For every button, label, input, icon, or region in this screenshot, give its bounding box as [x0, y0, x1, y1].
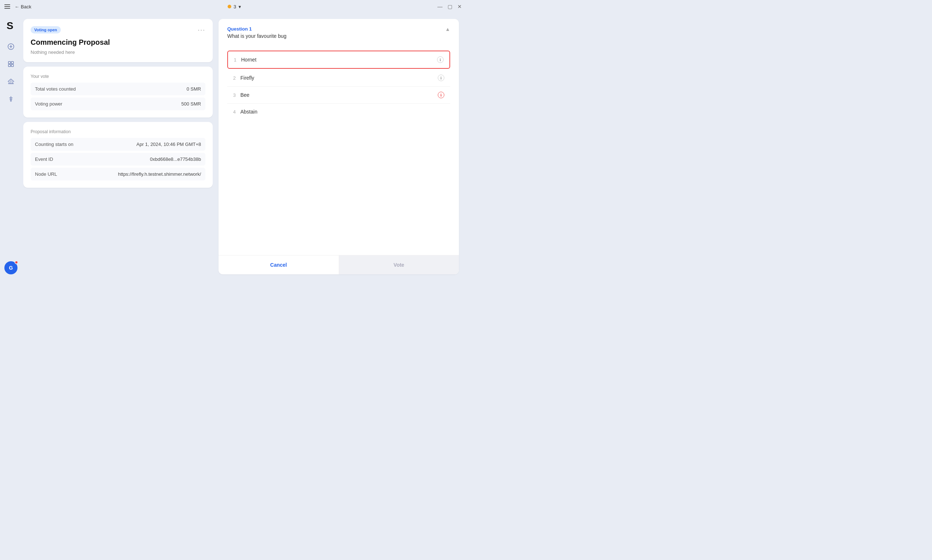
info-card: Proposal information Counting starts on …	[23, 122, 213, 188]
minimize-button[interactable]: —	[437, 4, 443, 9]
titlebar-controls: — ▢ ✕	[437, 4, 462, 9]
voting-power-label: Voting power	[35, 101, 62, 107]
vote-button[interactable]: Vote	[339, 255, 459, 274]
voting-power-row: Voting power 500 SMR	[31, 97, 205, 110]
titlebar-center: 3 ▾	[228, 4, 241, 9]
notification-dot	[15, 260, 18, 264]
avatar-label: G	[9, 265, 13, 271]
proposal-title: Commencing Proposal	[31, 38, 205, 46]
total-votes-row: Total votes counted 0 SMR	[31, 83, 205, 95]
svg-rect-2	[8, 62, 11, 64]
total-votes-value: 0 SMR	[187, 86, 201, 92]
proposal-card: Voting open ··· Commencing Proposal Noth…	[23, 19, 213, 62]
event-id-value: 0xbd668e8...e7754b38b	[150, 157, 201, 162]
answer-info-icon-3[interactable]: ℹ	[438, 92, 444, 98]
node-url-label: Node URL	[35, 171, 57, 177]
voting-status-badge: Voting open	[31, 26, 61, 34]
sidebar-bottom: G	[5, 261, 17, 274]
avatar[interactable]: G	[5, 261, 17, 274]
answer-text-3: Bee	[241, 92, 438, 98]
back-arrow-icon: ←	[15, 4, 19, 9]
sidebar-item-tools[interactable]	[4, 92, 18, 106]
event-id-row: Event ID 0xbd668e8...e7754b38b	[31, 153, 205, 166]
question-text: What is your favourite bug	[227, 33, 287, 39]
question-header: Question 1 What is your favourite bug ▲	[227, 26, 450, 45]
close-button[interactable]: ✕	[457, 4, 462, 9]
main-content: Voting open ··· Commencing Proposal Noth…	[22, 13, 466, 280]
answer-info-icon-2[interactable]: ℹ	[438, 75, 444, 81]
left-panel: Voting open ··· Commencing Proposal Noth…	[23, 19, 213, 274]
info-section-label: Proposal information	[31, 129, 205, 134]
more-options-button[interactable]: ···	[198, 26, 205, 34]
answer-text-1: Hornet	[241, 57, 437, 63]
answer-num-1: 1	[234, 57, 241, 63]
sidebar-item-apps[interactable]	[4, 57, 18, 71]
voting-power-value: 500 SMR	[181, 101, 201, 107]
vote-section-label: Your vote	[31, 74, 205, 79]
node-url-value: https://firefly.h.testnet.shimmer.networ…	[118, 171, 201, 177]
counting-starts-row: Counting starts on Apr 1, 2024, 10:46 PM…	[31, 138, 205, 151]
answer-option-4[interactable]: 4 Abstain	[227, 104, 450, 120]
vote-card: Your vote Total votes counted 0 SMR Voti…	[23, 66, 213, 117]
proposal-description: Nothing needed here	[31, 49, 205, 55]
answer-info-icon-1[interactable]: ℹ	[437, 56, 444, 63]
sidebar: S	[0, 13, 22, 280]
answer-option-1[interactable]: 1 Hornet ℹ	[227, 51, 450, 69]
chevron-down-icon[interactable]: ▾	[239, 4, 241, 9]
back-label: Back	[21, 4, 31, 9]
answer-option-2[interactable]: 2 Firefly ℹ	[227, 69, 450, 86]
menu-icon[interactable]	[5, 5, 10, 9]
proposal-card-header: Voting open ···	[31, 26, 205, 34]
answer-option-3[interactable]: 3 Bee ℹ	[227, 86, 450, 104]
maximize-button[interactable]: ▢	[447, 4, 452, 9]
app-logo: S	[5, 19, 17, 32]
status-dot	[228, 5, 231, 8]
answer-text-2: Firefly	[241, 75, 438, 81]
svg-rect-3	[11, 62, 14, 64]
question-label: Question 1	[227, 26, 287, 32]
answer-num-3: 3	[233, 92, 241, 98]
total-votes-label: Total votes counted	[35, 86, 76, 92]
answer-num-2: 2	[233, 75, 241, 81]
cancel-button[interactable]: Cancel	[219, 255, 339, 274]
counter-label: 3	[233, 4, 236, 9]
right-panel: Question 1 What is your favourite bug ▲ …	[219, 19, 459, 274]
counting-starts-label: Counting starts on	[35, 142, 74, 147]
back-button[interactable]: ← Back	[15, 4, 31, 9]
node-url-row: Node URL https://firefly.h.testnet.shimm…	[31, 168, 205, 180]
collapse-button[interactable]: ▲	[445, 26, 450, 32]
right-panel-content: Question 1 What is your favourite bug ▲ …	[219, 19, 459, 255]
svg-rect-5	[11, 65, 14, 66]
answer-text-4: Abstain	[241, 109, 444, 115]
counting-starts-value: Apr 1, 2024, 10:46 PM GMT+8	[137, 142, 201, 147]
sidebar-item-wallet[interactable]	[4, 39, 18, 54]
answer-num-4: 4	[233, 109, 241, 115]
sidebar-item-governance[interactable]	[4, 74, 18, 89]
event-id-label: Event ID	[35, 157, 53, 162]
right-panel-footer: Cancel Vote	[219, 255, 459, 274]
svg-rect-4	[8, 65, 11, 66]
svg-text:S: S	[6, 20, 14, 31]
app-body: S	[0, 13, 466, 280]
titlebar: ← Back 3 ▾ — ▢ ✕	[0, 0, 466, 13]
